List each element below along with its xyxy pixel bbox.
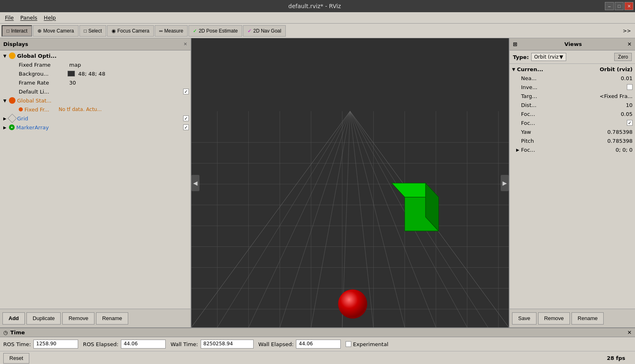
- fps-display: 28 fps: [607, 355, 625, 361]
- ros-time-input[interactable]: 1258.90: [33, 340, 78, 349]
- select-label: Select: [88, 28, 102, 34]
- focal-label: Foc...: [521, 111, 621, 117]
- marker-array-checkbox[interactable]: ✓: [183, 124, 189, 130]
- list-item: ▶ Foc... 0; 0; 0: [510, 145, 635, 154]
- focal-point-label: Foc...: [521, 147, 615, 153]
- measure-button[interactable]: ═ Measure: [155, 25, 188, 37]
- global-status-label: Global Stat...: [17, 98, 189, 104]
- list-item: ▶ Grid ✓: [0, 114, 190, 123]
- views-close-icon[interactable]: ✕: [627, 41, 632, 47]
- color-swatch[interactable]: [68, 71, 75, 76]
- interact-label: Interact: [11, 28, 27, 34]
- collapse-arrow[interactable]: ▼: [3, 98, 9, 103]
- global-options-label: Global Opti...: [17, 53, 189, 59]
- viewport-canvas[interactable]: ◀ ▶: [191, 38, 509, 327]
- rename-button[interactable]: Rename: [96, 312, 128, 325]
- grid-label: Grid: [17, 116, 183, 122]
- add-button[interactable]: Add: [2, 312, 25, 325]
- default-lighting-checkbox[interactable]: ✓: [183, 89, 189, 94]
- focus-camera-label: Focus Camera: [117, 28, 149, 34]
- menu-help[interactable]: Help: [41, 14, 59, 22]
- minimize-button[interactable]: –: [605, 2, 614, 10]
- focal-shape-checkbox[interactable]: ✓: [627, 120, 633, 126]
- toolbar-expand[interactable]: >>: [620, 27, 633, 35]
- experimental-checkbox[interactable]: [346, 341, 351, 347]
- list-item: ▼ Global Stat...: [0, 96, 190, 105]
- expand-arrow[interactable]: ▶: [516, 148, 521, 152]
- reset-button[interactable]: Reset: [3, 353, 29, 364]
- wall-elapsed-input[interactable]: 44.06: [296, 340, 341, 349]
- list-item: Default Li... ✓: [0, 87, 190, 96]
- viewport-left-arrow[interactable]: ◀: [191, 175, 199, 191]
- current-view-value: Orbit (rviz): [600, 66, 633, 72]
- views-title: Views: [565, 41, 582, 47]
- views-save-button[interactable]: Save: [512, 312, 536, 325]
- experimental-field: Experimental: [346, 341, 388, 347]
- maximize-button[interactable]: □: [615, 2, 624, 10]
- wall-elapsed-label: Wall Elapsed:: [258, 341, 294, 347]
- menu-panels[interactable]: Panels: [17, 14, 41, 22]
- near-clip-value: 0.01: [621, 75, 633, 81]
- invert-checkbox[interactable]: [627, 84, 633, 90]
- time-close-icon[interactable]: ✕: [627, 329, 632, 336]
- svg-point-34: [338, 289, 368, 318]
- collapse-arrow[interactable]: ▼: [3, 54, 9, 58]
- distance-value: 10: [626, 102, 633, 108]
- list-item: Foc... ✓: [510, 118, 635, 127]
- type-label: Type:: [513, 54, 529, 60]
- distance-label: Dist...: [521, 102, 626, 108]
- list-item: Targ... <Fixed Fra...: [510, 92, 635, 100]
- focus-camera-icon: ◉: [112, 28, 116, 34]
- select-icon: □: [84, 28, 87, 34]
- displays-close-icon[interactable]: ✕: [184, 41, 187, 47]
- displays-panel: Displays ✕ ▼ Global Opti... Fixed Frame …: [0, 38, 191, 327]
- 2d-nav-label: 2D Nav Goal: [253, 28, 281, 34]
- grid-checkbox[interactable]: ✓: [183, 116, 189, 121]
- 3d-viewport[interactable]: ◀ ▶: [191, 38, 509, 327]
- duplicate-button[interactable]: Duplicate: [26, 312, 61, 325]
- list-item: Foc... 0.05: [510, 109, 635, 118]
- target-value: <Fixed Fra...: [600, 93, 633, 99]
- fixed-frame-error-value: No tf data. Actu...: [59, 107, 102, 112]
- list-item: Backgrou... 48; 48; 48: [0, 69, 190, 78]
- type-select[interactable]: Orbit (rviz ▼: [531, 53, 566, 61]
- 2d-nav-button[interactable]: ✓ 2D Nav Goal: [243, 25, 286, 37]
- zero-button[interactable]: Zero: [614, 53, 632, 61]
- type-row: Type: Orbit (rviz ▼ Zero: [510, 50, 635, 64]
- type-select-arrow: ▼: [559, 54, 563, 60]
- list-item: Fixed Frame map: [0, 60, 190, 69]
- move-camera-button[interactable]: ⊕ Move Camera: [33, 25, 78, 37]
- expand-arrow[interactable]: ▶: [3, 125, 9, 130]
- select-button[interactable]: □ Select: [79, 25, 107, 37]
- invert-label: Inve...: [521, 84, 627, 90]
- views-tree: ▼ Curren... Orbit (rviz) Nea... 0.01 Inv…: [510, 64, 635, 309]
- list-item: ▼ Curren... Orbit (rviz): [510, 65, 635, 74]
- focal-point-value: 0; 0; 0: [615, 147, 633, 153]
- framerate-label: Frame Rate: [19, 80, 68, 86]
- framerate-value: 30: [69, 80, 76, 86]
- current-view-label: Curren...: [517, 66, 600, 72]
- menu-file[interactable]: File: [2, 14, 17, 22]
- 2d-nav-icon: ✓: [247, 28, 252, 34]
- time-icon: ◷: [3, 329, 8, 336]
- views-header: ⊞ Views ✕: [510, 38, 635, 50]
- 2d-pose-button[interactable]: ✓ 2D Pose Estimate: [188, 25, 242, 37]
- remove-button[interactable]: Remove: [62, 312, 94, 325]
- status-icon-orange: [9, 97, 15, 104]
- list-item: ▼ Global Opti...: [0, 51, 190, 60]
- focus-camera-button[interactable]: ◉ Focus Camera: [107, 25, 154, 37]
- wall-time-input[interactable]: 8250258.94: [201, 340, 254, 349]
- interact-button[interactable]: □ Interact: [2, 25, 32, 37]
- background-value: 48; 48; 48: [78, 71, 105, 77]
- viewport-right-arrow[interactable]: ▶: [501, 175, 509, 191]
- experimental-label: Experimental: [353, 341, 388, 347]
- displays-bottom-buttons: Add Duplicate Remove Rename: [0, 309, 190, 327]
- ros-elapsed-input[interactable]: 44.06: [121, 340, 166, 349]
- list-item: Nea... 0.01: [510, 74, 635, 83]
- views-rename-button[interactable]: Rename: [572, 312, 604, 325]
- grid-icon: [8, 114, 17, 123]
- close-button[interactable]: ✕: [624, 2, 633, 10]
- collapse-arrow[interactable]: ▼: [512, 67, 517, 72]
- views-panel: ⊞ Views ✕ Type: Orbit (rviz ▼ Zero ▼ Cur…: [509, 38, 635, 327]
- views-remove-button[interactable]: Remove: [538, 312, 570, 325]
